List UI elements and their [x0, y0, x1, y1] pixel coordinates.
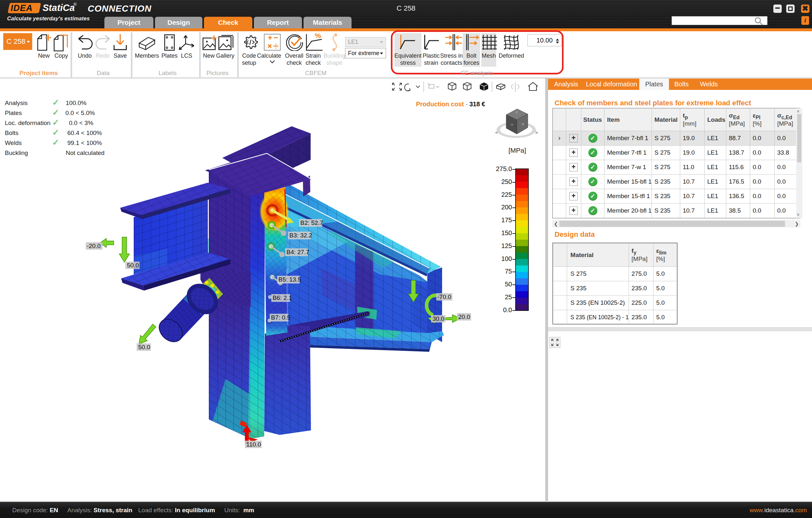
svg-text:B2: 52.7: B2: 52.7 — [300, 219, 323, 226]
svg-text:-70.0: -70.0 — [437, 294, 451, 300]
svg-text:B7: 0.5: B7: 0.5 — [271, 314, 290, 321]
svg-text:-20.0: -20.0 — [87, 243, 100, 249]
svg-text:B3: 32.2: B3: 32.2 — [289, 232, 312, 239]
svg-text:30.0: 30.0 — [432, 315, 444, 322]
svg-text:110.0: 110.0 — [246, 441, 261, 448]
svg-text:20.0: 20.0 — [458, 313, 470, 320]
svg-text:B6: 2.1: B6: 2.1 — [272, 295, 292, 301]
svg-text:50.0: 50.0 — [138, 344, 150, 351]
svg-text:50.0: 50.0 — [127, 262, 139, 269]
svg-text:B5: 13.5: B5: 13.5 — [279, 276, 301, 283]
svg-text:%: % — [315, 33, 321, 40]
svg-text:B4: 27.7: B4: 27.7 — [286, 249, 309, 255]
